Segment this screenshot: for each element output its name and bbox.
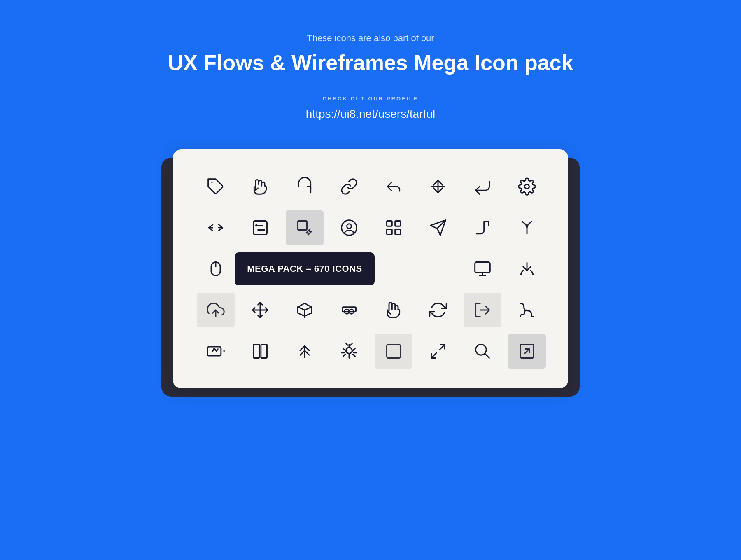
header-section: These icons are also part of our UX Flow… (168, 0, 573, 137)
monitor-grid-icon (473, 260, 492, 278)
turn-right-icon (473, 219, 492, 237)
icon-cell-2 (238, 166, 282, 207)
icon-cell-33 (238, 331, 282, 372)
svg-point-10 (263, 229, 265, 231)
icon-cell-3 (282, 166, 327, 207)
send-icon (429, 219, 447, 237)
icon-cell-5 (371, 166, 416, 207)
svg-point-9 (255, 224, 258, 227)
svg-rect-38 (261, 345, 267, 358)
icon-cell-14 (416, 207, 460, 248)
collapse-icon (207, 219, 225, 237)
tag-icon (207, 177, 225, 196)
icon-cell-25 (238, 289, 282, 331)
icon-cell-22 (460, 248, 505, 289)
settings-icon (518, 177, 536, 196)
icon-cell-4 (327, 166, 371, 207)
branch-icon (518, 219, 536, 237)
icon-cell-17 (193, 248, 238, 289)
icon-cell-34 (282, 331, 327, 372)
svg-rect-6 (254, 221, 267, 235)
subtitle-text: These icons are also part of our (307, 33, 434, 44)
icon-cell-30 (460, 289, 505, 331)
svg-point-3 (525, 184, 529, 189)
icon-cell-1 (193, 166, 238, 207)
fullscreen-icon (429, 342, 447, 360)
icon-cell-9 (193, 207, 238, 248)
mega-pack-badge: MEGA PACK – 670 ICONS (235, 252, 375, 285)
cursor-return-icon (473, 177, 492, 196)
icon-cell-28 (371, 289, 416, 331)
profile-link[interactable]: https://ui8.net/users/tarful (306, 107, 435, 121)
icon-cell-7 (460, 166, 505, 207)
svg-rect-37 (254, 345, 260, 358)
icon-cell-15 (460, 207, 505, 248)
double-arrow-up-icon (296, 342, 314, 360)
expand-vertical-icon (429, 177, 447, 196)
svg-line-47 (525, 349, 529, 354)
icon-cell-6 (416, 166, 460, 207)
grid-apps-icon (384, 219, 403, 237)
exit-icon (473, 301, 492, 319)
icon-cell-39 (505, 331, 549, 372)
icon-cell-26 (282, 289, 327, 331)
bug-icon (340, 342, 358, 360)
hand-stop-icon (384, 301, 403, 319)
svg-rect-16 (387, 229, 392, 235)
icon-cell-32 (193, 331, 238, 372)
winding-path-icon (518, 301, 536, 319)
select-object-icon (296, 219, 314, 237)
svg-rect-17 (395, 229, 401, 235)
icon-cell-27 (327, 289, 371, 331)
icon-cell-10 (238, 207, 282, 248)
icon-card: MEGA PACK – 670 ICONS (173, 149, 568, 388)
svg-line-45 (485, 354, 489, 358)
svg-rect-24 (475, 262, 490, 273)
icon-cell-16 (505, 207, 549, 248)
mega-pack-badge-cell: MEGA PACK – 670 ICONS (282, 248, 327, 289)
arrow-up-right-box-icon (518, 342, 536, 360)
columns-icon (251, 342, 269, 360)
icon-cell-35 (327, 331, 371, 372)
undo-u-icon (296, 177, 314, 196)
svg-rect-41 (387, 345, 401, 358)
upload-box-icon (207, 301, 225, 319)
battery-charging-icon (207, 342, 225, 360)
svg-rect-11 (298, 221, 307, 230)
svg-rect-15 (395, 221, 401, 226)
fork-down-icon (518, 260, 536, 278)
icon-cell-37 (416, 331, 460, 372)
hand-pointer-icon (251, 177, 269, 196)
main-title: UX Flows & Wireframes Mega Icon pack (168, 50, 573, 75)
icon-cell-23 (505, 248, 549, 289)
svg-rect-14 (387, 221, 392, 226)
user-circle-icon (340, 219, 358, 237)
mouse-icon (207, 260, 225, 278)
icon-cell-12 (327, 207, 371, 248)
icon-cell-36 (371, 331, 416, 372)
refresh-icon (429, 301, 447, 319)
box-3d-icon (296, 301, 314, 319)
card-wrapper: MEGA PACK – 670 ICONS (173, 149, 568, 388)
filter-settings-icon (251, 219, 269, 237)
svg-line-43 (431, 353, 437, 358)
visor-icon (340, 301, 358, 319)
svg-line-42 (440, 345, 445, 350)
svg-rect-46 (520, 345, 534, 358)
icon-cell-24 (193, 289, 238, 331)
svg-point-12 (342, 220, 357, 236)
icon-cell-38 (460, 331, 505, 372)
icon-cell-29 (416, 289, 460, 331)
check-label: CHECK OUT OUR PROFILE (323, 96, 419, 102)
reply-icon (384, 177, 403, 196)
icon-cell-13 (371, 207, 416, 248)
move-icon (251, 301, 269, 319)
search-icon (473, 342, 492, 360)
svg-point-40 (346, 348, 352, 354)
square-icon (384, 342, 403, 360)
icon-cell-11 (282, 207, 327, 248)
icon-grid: MEGA PACK – 670 ICONS (193, 166, 548, 372)
svg-point-13 (347, 224, 352, 229)
link-icon (340, 177, 358, 196)
icon-cell-31 (505, 289, 549, 331)
